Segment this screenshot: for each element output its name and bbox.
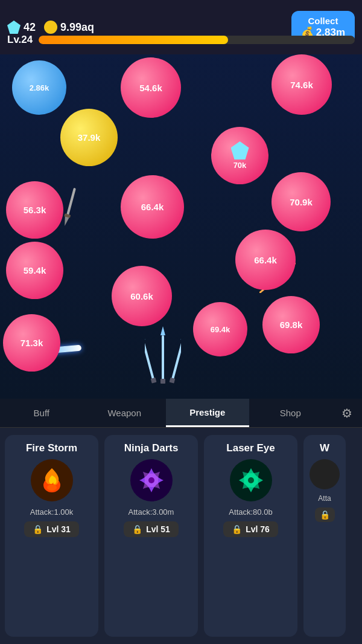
ninja-darts-icon — [130, 459, 173, 501]
tab-buff[interactable]: Buff — [0, 399, 83, 427]
xp-bar-fill — [39, 36, 228, 44]
bubble-b1[interactable]: 2.86k — [12, 60, 66, 115]
svg-rect-11 — [160, 379, 165, 384]
lock-icon-2: 🔒 — [132, 524, 142, 534]
fire-storm-icon — [31, 459, 73, 501]
svg-rect-9 — [162, 335, 164, 381]
laser-eye-level: 🔒 Lvl 76 — [223, 521, 278, 537]
triple-darts — [145, 326, 181, 399]
tabs-bar: Buff Weapon Prestige Shop ⚙ — [0, 399, 362, 428]
tab-weapon[interactable]: Weapon — [83, 399, 167, 427]
partial-attack: Atta — [318, 494, 331, 503]
svg-point-21 — [248, 477, 254, 483]
bubble-b8[interactable]: 70.9k — [272, 172, 331, 231]
fire-storm-attack: Attack:1.00k — [30, 507, 74, 517]
game-area[interactable]: 2.86k54.6k74.6k37.9k70k56.3k66.4k70.9k59… — [0, 48, 362, 399]
weapon-card-fire-storm[interactable]: Fire Storm Attack:1.00k 🔒 Lvl 31 — [5, 435, 98, 637]
svg-rect-14 — [170, 378, 176, 384]
gear-icon: ⚙ — [341, 406, 352, 420]
bubble-b12[interactable]: 69.4k — [193, 302, 247, 356]
svg-point-19 — [47, 485, 57, 491]
laser-eye-title: Laser Eye — [226, 442, 275, 454]
partial-icon — [310, 459, 340, 489]
bubble-b4[interactable]: 37.9k — [60, 109, 118, 166]
ninja-darts-level: 🔒 Lvl 51 — [124, 521, 179, 537]
bubble-b10[interactable]: 66.4k — [235, 230, 296, 290]
svg-point-20 — [148, 477, 154, 483]
svg-rect-12 — [171, 340, 181, 382]
bubble-b2[interactable]: 54.6k — [121, 57, 181, 118]
xp-bar — [39, 36, 355, 44]
cards-area: Fire Storm Attack:1.00k 🔒 Lvl 31 Ninja D… — [0, 428, 362, 644]
bubble-b9[interactable]: 59.4k — [6, 242, 63, 299]
weapon-card-ninja-darts[interactable]: Ninja Darts Attack:3.00m 🔒 Lvl 51 — [104, 435, 198, 637]
laser-eye-icon — [230, 459, 272, 501]
partial-title: W — [320, 442, 329, 454]
level-bar: Lv.24 — [0, 31, 362, 48]
svg-rect-8 — [151, 378, 157, 384]
weapon-card-partial[interactable]: W Atta 🔒 — [303, 435, 346, 637]
bubble-b7[interactable]: 66.4k — [121, 175, 184, 239]
bubble-b3[interactable]: 74.6k — [272, 54, 332, 115]
ninja-darts-title: Ninja Darts — [124, 442, 179, 454]
bubble-b14[interactable]: 71.3k — [3, 314, 60, 372]
bubble-b5[interactable]: 70k — [211, 127, 268, 184]
svg-rect-3 — [66, 188, 76, 216]
settings-button[interactable]: ⚙ — [332, 399, 362, 427]
bubble-b11[interactable]: 60.6k — [112, 266, 172, 326]
svg-marker-7 — [145, 331, 145, 341]
svg-marker-13 — [180, 331, 181, 341]
level-label: Lv.24 — [7, 34, 33, 46]
tab-prestige[interactable]: Prestige — [166, 399, 249, 427]
bubble-b13[interactable]: 69.8k — [262, 296, 320, 353]
lock-icon-4: 🔒 — [320, 510, 330, 520]
laser-eye-attack: Attack:80.0b — [229, 507, 272, 517]
partial-level: 🔒 — [315, 507, 335, 522]
weapon-card-laser-eye[interactable]: Laser Eye Attack:80.0b 🔒 Lvl 76 — [204, 435, 297, 637]
tab-shop[interactable]: Shop — [249, 399, 332, 427]
ninja-darts-attack: Attack:3.00m — [129, 507, 174, 517]
svg-marker-10 — [160, 326, 165, 335]
bubble-b6[interactable]: 56.3k — [6, 181, 63, 239]
lock-icon-3: 🔒 — [232, 524, 242, 534]
svg-rect-6 — [145, 340, 155, 382]
collect-label: Collect — [308, 16, 338, 27]
fire-storm-level: 🔒 Lvl 31 — [24, 521, 79, 537]
lock-icon-1: 🔒 — [33, 524, 43, 534]
fire-storm-title: Fire Storm — [26, 442, 77, 454]
